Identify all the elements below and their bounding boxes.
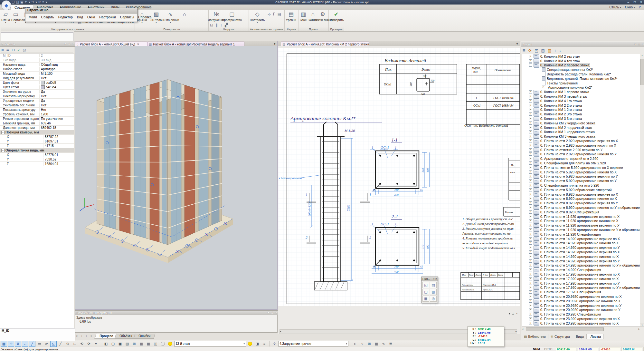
property-row[interactable]: Цвет сетки c4c3d4 [0,85,74,90]
tree-item[interactable]: 0. Колонна КМ 2 3го этажа [522,112,640,116]
menu-item[interactable]: Редактор [58,15,73,19]
lightbulb-on-icon[interactable] [248,342,252,346]
palette-tool-icon[interactable]: ▥ [430,289,437,295]
floor-select[interactable]: 13-й этаж▾ [174,341,246,346]
ribbon-tool-button[interactable]: ⌂ ▾ [177,11,192,28]
tree-item[interactable]: 0. Колонны КМ 3 чердачного этажа [522,134,640,139]
sheets-toolbar-icon[interactable]: ⟳ [528,48,532,53]
apply-icon[interactable]: ✓ [17,48,20,52]
quick-access-icon[interactable]: ▤ [16,0,19,5]
property-row[interactable]: Масштаб вида М 1:100 [0,72,74,76]
tree-expander-icon[interactable] [529,277,532,280]
sheets-toolbar-icon[interactable]: ▤ [541,48,545,53]
tree-item[interactable]: 0. Колонна КМ 1 2го этажа [522,108,640,112]
tree-item[interactable]: 0. Плита на отметке 2.920 верхняя по У [522,148,640,152]
tree-item[interactable]: 0. Плита на отм 20.9920 армирование нижн… [522,299,640,303]
tree-expander-icon[interactable] [529,104,532,107]
tree-expander-icon[interactable] [529,59,532,63]
property-row[interactable]: Опорная точка вида, мм [0,148,74,153]
tree-expander-icon[interactable] [529,179,532,182]
tree-expander-icon[interactable] [529,157,532,160]
tree-item[interactable]: 0. Колонна КМ 3 3го этажа [522,116,640,121]
app-logo-icon[interactable]: ◆ [1,0,11,10]
tree-expander-icon[interactable] [529,201,532,205]
tree-expander-icon[interactable] [529,122,532,125]
quick-access-icon[interactable]: ▢ [12,0,14,5]
tree-expander-icon[interactable] [529,108,532,111]
load-tool-icon[interactable]: ⊡ [210,23,213,27]
tree-item[interactable]: 0. Колонна КМ 3 первый этаж [522,94,640,99]
misc-tool-icon[interactable]: ≣ [387,341,394,347]
loadcase-select[interactable]: 4.Загружение прочее▾ [278,341,348,346]
sort-view-icon[interactable]: ⊡ [12,48,15,52]
tree-item[interactable]: 0. Плита на отм 8.920 Спецификация [522,210,640,214]
group-collapse-icon[interactable] [1,131,5,134]
axes-tool-icon[interactable]: ⊹ [271,341,278,347]
tree-expander-icon[interactable] [529,148,532,151]
view-tool-icon[interactable]: ▦ [145,341,152,347]
view-tool-icon[interactable]: ◫ [152,341,159,347]
tree-item[interactable]: 0. Плита на отм 11.920 армирование нижня… [522,219,640,223]
property-row[interactable]: Уровень сечения, мм 1200 [0,112,74,117]
tree-expander-icon[interactable] [529,322,532,325]
style-menu[interactable]: Стиль ▾ [609,5,621,9]
property-row[interactable]: Ближняя граница, мм 659.46 [0,121,74,126]
tree-vertical-scrollbar[interactable]: ▴ ▾ [640,54,644,327]
tree-item[interactable]: 0. Плита на отм 11.920 армирование верхн… [522,214,640,219]
tree-expander-icon[interactable] [529,246,532,249]
misc-tool-icon[interactable]: ▹ [352,341,358,347]
tree-expander-icon[interactable] [529,55,532,58]
group-collapse-icon[interactable] [1,149,5,152]
tree-item[interactable]: 0. Плита на отм 17.920 Спецификация [522,290,640,294]
property-row[interactable]: Тип вида 3D вид [0,58,74,63]
property-row[interactable]: Упрощенные модели Да [0,99,74,103]
palette-tool-icon[interactable]: ◰ [422,282,429,288]
quick-access-icon[interactable]: ▣ [20,0,23,5]
tree-expander-icon[interactable] [529,171,532,174]
tree-item[interactable]: 0. Плита на отм 14.920 армирование верхн… [522,237,640,241]
tree-item[interactable]: 0. Плита на отм 20.920 Спецификация [522,312,640,317]
quick-access-icon[interactable]: ▾ [35,0,37,5]
tree-item[interactable]: 0. Колонна КМ 4 тех этаж [522,59,640,63]
tree-expander-icon[interactable] [529,268,532,271]
tree-expander-icon[interactable] [529,259,532,263]
tree-expander-icon[interactable] [529,273,532,276]
bottom-tab[interactable]: Ошибки [134,334,156,339]
nav-last-icon[interactable]: » [89,334,93,338]
tree-item[interactable]: 0. Колонна КМ 2 тех этаж [522,54,640,59]
snap-tool-icon[interactable]: ▦ [1,341,7,347]
dropdown-arrow-icon[interactable]: ▾ [433,278,435,280]
menu-item[interactable]: Сервисы [120,15,134,19]
help-icon[interactable]: ? [639,5,641,9]
snap-tool-icon[interactable]: ⊹ [8,341,14,347]
menu-item[interactable]: Файл [29,15,37,19]
ortho-indicator[interactable]: ОРТО [542,347,554,351]
lightbulb-on-icon[interactable] [168,342,172,346]
tree-item[interactable]: 0. Плита на отм 20.9920 армирование нижн… [522,307,640,312]
tree-expander-icon[interactable] [529,90,532,93]
property-row[interactable]: Z 41715 [0,144,74,148]
snap-tool-icon[interactable]: ▱ [43,341,50,347]
property-row[interactable]: Значения нагрузок Да [0,90,74,94]
tree-expander-icon[interactable] [529,250,532,254]
tree-expander-icon[interactable] [529,308,532,311]
quick-access-icon[interactable]: ≡ [43,0,44,5]
num-indicator[interactable]: NUM [531,347,542,351]
property-row[interactable]: Цвет фона ccd0d5 [0,81,74,85]
tab-analysis-model[interactable]: ▦ Расчет блок А - копия.spf:Расчетная мо… [147,42,244,46]
menu-item[interactable]: Окна [87,15,95,19]
property-row[interactable]: Позиция камеры, мм [0,130,74,135]
sheets-toolbar-icon[interactable]: ≣ [522,48,526,53]
view-tool-icon[interactable]: ▣ [117,341,123,347]
dock-close-icon[interactable]: × [516,312,517,315]
tree-item[interactable]: Тексты примечаний [522,81,640,85]
categorized-view-icon[interactable]: ⊞ [1,48,4,52]
property-row[interactable]: Z 16864.04 [0,162,74,166]
panel-tab[interactable]: ▤ Библиотеки [522,334,548,339]
tree-expander-icon[interactable] [529,264,532,267]
search-icon[interactable]: ◎ [23,48,26,52]
tree-item[interactable]: 0. Плита на отм 11.920 Спецификация [522,232,640,237]
tree-item[interactable]: 0. Плита на отм 2.920 армирование нихняя… [522,143,640,148]
sheets-toolbar-icon[interactable]: ↓ [559,48,561,53]
nav-prev-icon[interactable]: ‹ [80,334,84,338]
